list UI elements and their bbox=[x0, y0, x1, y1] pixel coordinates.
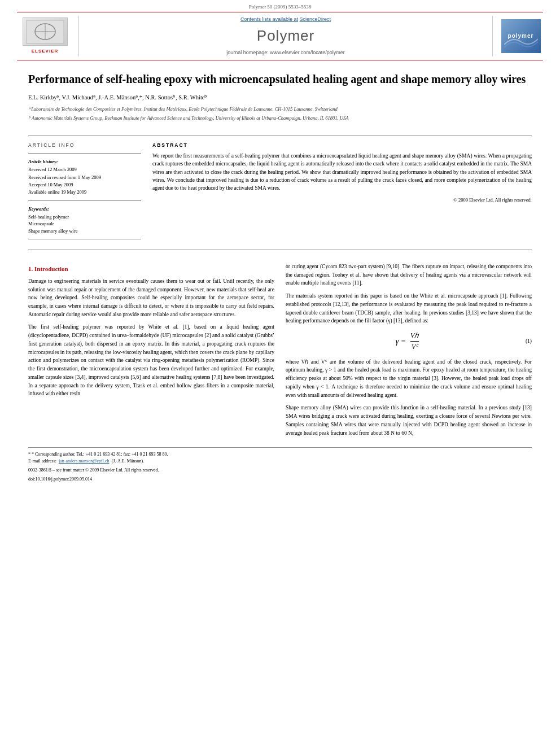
equation-lhs: γ = bbox=[396, 336, 406, 347]
elsevier-logo-image bbox=[23, 18, 68, 46]
body-para-right-3: where Vℎ and Vᶜ are the volume of the de… bbox=[286, 358, 532, 400]
copyright: © 2009 Elsevier Ltd. All rights reserved… bbox=[152, 196, 532, 203]
journal-header: ELSEVIER Contents lists available at Sci… bbox=[17, 12, 543, 60]
keywords-label: Keywords: bbox=[28, 206, 141, 212]
corresponding-note: * Corresponding author. Tel.: +41 0 21 6… bbox=[32, 452, 168, 457]
elsevier-text: ELSEVIER bbox=[32, 48, 59, 55]
divider-2 bbox=[28, 250, 532, 250]
footer-hr bbox=[28, 447, 532, 448]
body-para-1: Damage to engineering materials in servi… bbox=[28, 277, 274, 319]
keyword-2: Microcapsule bbox=[28, 220, 141, 227]
email-label: E-mail address: bbox=[28, 458, 56, 464]
keyword-1: Self-healing polymer bbox=[28, 213, 141, 220]
keywords-group: Keywords: Self-healing polymer Microcaps… bbox=[28, 206, 141, 234]
sciencedirect-url[interactable]: ScienceDirect bbox=[300, 16, 331, 22]
authors: E.L. Kirkbyᵃ, V.J. Michaudᵃ, J.-A.E. Män… bbox=[28, 93, 532, 102]
top-bar: Polymer 50 (2009) 5533–5538 bbox=[0, 0, 560, 12]
footer-email: E-mail address: jan-anders.manson@epfl.c… bbox=[28, 458, 532, 465]
affiliation-b: ᵇ Autonomic Materials Systems Group, Bec… bbox=[28, 115, 532, 122]
article-info-col: ARTICLE INFO Article history: Received 1… bbox=[28, 142, 141, 244]
polymer-logo-text: polymer bbox=[508, 32, 534, 41]
issn-line: 0032-3861/$ – see front matter © 2009 El… bbox=[28, 467, 532, 474]
elsevier-logo-section: ELSEVIER bbox=[17, 16, 79, 56]
sciencedirect-link: Contents lists available at ScienceDirec… bbox=[240, 16, 331, 23]
journal-ref: Polymer 50 (2009) 5533–5538 bbox=[249, 4, 312, 10]
eq-numerator: Vℎ bbox=[410, 331, 419, 342]
journal-homepage: journal homepage: www.elsevier.com/locat… bbox=[226, 49, 345, 56]
body-section: 1. Introduction Damage to engineering ma… bbox=[0, 256, 560, 442]
section-1-heading: 1. Introduction bbox=[28, 265, 274, 274]
keyword-3: Shape memory alloy wire bbox=[28, 228, 141, 234]
affiliation-a: ᵃ Laboratoire de Technologie des Composi… bbox=[28, 106, 532, 113]
abstract-label: ABSTRACT bbox=[152, 142, 532, 148]
body-para-right-1: or curing agent (Cycom 823 two-part syst… bbox=[286, 263, 532, 287]
article-info-abstract: ARTICLE INFO Article history: Received 1… bbox=[0, 142, 560, 244]
article-header: Performance of self-healing epoxy with m… bbox=[0, 60, 560, 130]
body-para-right-4: Shape memory alloy (SMA) wires can provi… bbox=[286, 404, 532, 437]
polymer-logo-section: polymer bbox=[492, 16, 543, 56]
abstract-text: We report the first measurements of a se… bbox=[152, 152, 532, 192]
equation-number: (1) bbox=[526, 338, 532, 346]
footer-section: * * Corresponding author. Tel.: +41 0 21… bbox=[0, 442, 560, 488]
body-left-col: 1. Introduction Damage to engineering ma… bbox=[28, 263, 274, 442]
authors-text: E.L. Kirkbyᵃ, V.J. Michaudᵃ, J.-A.E. Män… bbox=[28, 94, 207, 101]
email-link[interactable]: jan-anders.manson@epfl.ch bbox=[59, 458, 110, 464]
body-para-right-2: The materials system reported in this pa… bbox=[286, 292, 532, 325]
page-wrapper: Polymer 50 (2009) 5533–5538 ELSEVIER Con… bbox=[0, 0, 560, 488]
eq-denominator: Vᶜ bbox=[412, 342, 418, 352]
article-title: Performance of self-healing epoxy with m… bbox=[28, 72, 532, 86]
journal-title: Polymer bbox=[257, 25, 314, 47]
body-right-col: or curing agent (Cycom 823 two-part syst… bbox=[286, 263, 532, 442]
body-para-2: The first self-healing polymer was repor… bbox=[28, 323, 274, 397]
doi-line: doi:10.1016/j.polymer.2009.05.014 bbox=[28, 476, 532, 483]
divider-1 bbox=[28, 136, 532, 136]
equation-fraction: Vℎ Vᶜ bbox=[410, 331, 419, 352]
footer-corresponding: * * Corresponding author. Tel.: +41 0 21… bbox=[28, 451, 532, 458]
polymer-logo-box: polymer bbox=[501, 19, 541, 53]
email-person: (J.-A.E. Mänson). bbox=[112, 458, 145, 464]
article-info-label: ARTICLE INFO bbox=[28, 142, 141, 148]
article-info-hr bbox=[28, 153, 141, 154]
journal-center: Contents lists available at ScienceDirec… bbox=[79, 16, 492, 56]
article-info-hr-3 bbox=[28, 239, 141, 239]
article-info-hr-2 bbox=[28, 200, 141, 201]
history-label: Article history: bbox=[28, 158, 141, 165]
abstract-col: ABSTRACT We report the first measurement… bbox=[152, 142, 532, 244]
equation-box: γ = Vℎ Vᶜ (1) bbox=[286, 331, 532, 352]
date-received: Received 12 March 2009 Received in revis… bbox=[28, 166, 141, 195]
history-group: Article history: Received 12 March 2009 … bbox=[28, 158, 141, 196]
